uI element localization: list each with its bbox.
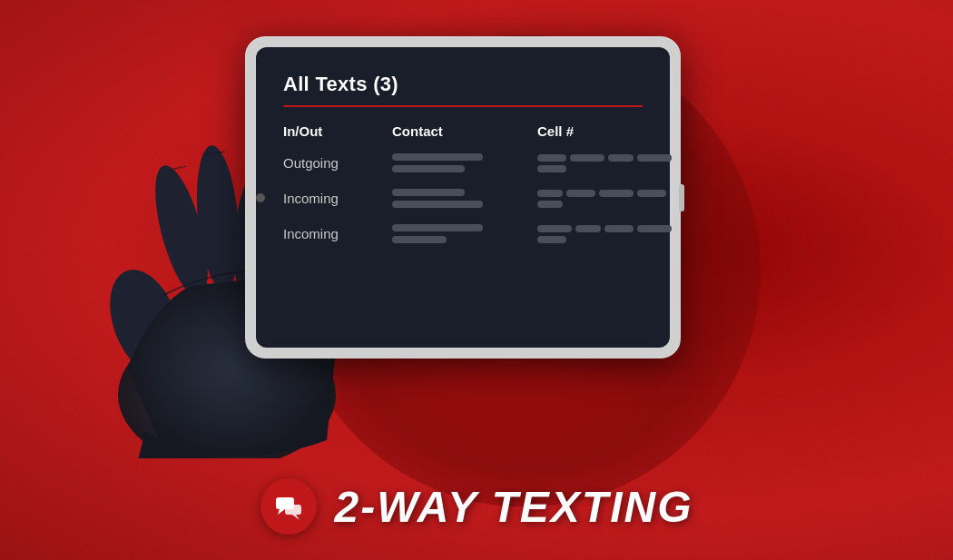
svg-marker-9 xyxy=(278,509,285,515)
row-direction: Outgoing xyxy=(283,155,392,171)
table-row: Incoming xyxy=(283,189,643,208)
redacted-bar xyxy=(392,224,483,231)
row-direction: Incoming xyxy=(283,191,392,206)
chat-bubbles-icon xyxy=(272,490,305,523)
redacted-mini-bar xyxy=(637,190,666,197)
redacted-bar xyxy=(392,236,447,243)
redacted-bar xyxy=(392,165,465,172)
row-direction: Incoming xyxy=(283,226,392,241)
redacted-mini-bar xyxy=(537,236,566,243)
cell-redacted xyxy=(537,154,683,172)
chat-icon-circle xyxy=(260,478,317,535)
screen-title: All Texts (3) xyxy=(283,73,643,96)
redacted-bar xyxy=(392,189,465,196)
bottom-section: 2-WAY TEXTING xyxy=(0,478,953,535)
svg-marker-11 xyxy=(292,515,300,520)
table-row: Outgoing xyxy=(283,153,643,172)
tablet-device: All Texts (3) In/Out Contact Cell # Outg… xyxy=(245,36,681,359)
redacted-bar xyxy=(392,153,483,161)
svg-rect-10 xyxy=(285,505,301,515)
header-in-out: In/Out xyxy=(283,123,392,139)
redacted-mini-bar xyxy=(599,190,634,197)
redacted-mini-bar xyxy=(604,225,634,232)
tablet-wrapper: All Texts (3) In/Out Contact Cell # Outg… xyxy=(245,36,681,363)
svg-line-6 xyxy=(171,166,186,170)
redacted-mini-bar xyxy=(537,165,566,172)
redacted-mini-bar xyxy=(637,154,672,162)
table-row: Incoming xyxy=(283,224,643,243)
redacted-mini-bar xyxy=(537,154,566,162)
tablet-screen: All Texts (3) In/Out Contact Cell # Outg… xyxy=(256,47,670,348)
redacted-bar xyxy=(392,201,483,208)
screen-divider xyxy=(283,105,643,107)
redacted-mini-bar xyxy=(637,225,672,232)
tablet-side-button xyxy=(679,184,684,211)
redacted-mini-bar xyxy=(537,201,563,208)
main-title: 2-WAY TEXTING xyxy=(335,482,693,532)
tablet-camera xyxy=(256,193,265,202)
cell-redacted xyxy=(537,225,683,243)
redacted-mini-bar xyxy=(570,154,604,162)
redacted-mini-bar xyxy=(537,225,572,232)
redacted-mini-bar xyxy=(537,190,563,197)
contact-redacted xyxy=(392,224,537,243)
contact-redacted xyxy=(392,153,537,172)
contact-redacted xyxy=(392,189,537,208)
header-cell: Cell # xyxy=(537,123,683,139)
cell-redacted xyxy=(537,190,683,208)
header-contact: Contact xyxy=(392,123,537,139)
redacted-mini-bar xyxy=(608,154,634,162)
redacted-mini-bar xyxy=(575,225,601,232)
redacted-mini-bar xyxy=(566,190,595,197)
table-header: In/Out Contact Cell # xyxy=(283,123,643,139)
